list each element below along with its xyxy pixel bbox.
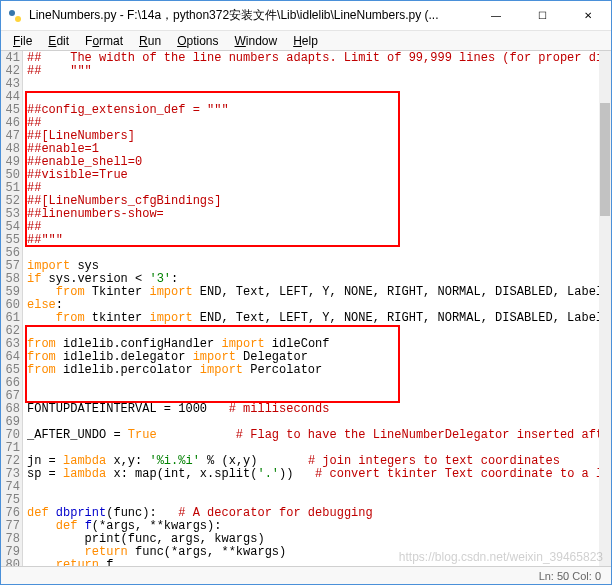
code-line[interactable]: from tkinter import END, Text, LEFT, Y, … bbox=[27, 312, 599, 325]
code-line[interactable]: ##""" bbox=[27, 234, 599, 247]
menu-file[interactable]: File bbox=[5, 33, 40, 49]
menubar: FileEditFormatRunOptionsWindowHelp bbox=[1, 31, 611, 51]
code-line[interactable]: ## bbox=[27, 221, 599, 234]
menu-format[interactable]: Format bbox=[77, 33, 131, 49]
python-idle-icon bbox=[7, 8, 23, 24]
svg-point-1 bbox=[15, 16, 21, 22]
code-line[interactable]: ##visible=True bbox=[27, 169, 599, 182]
code-line[interactable] bbox=[27, 247, 599, 260]
code-line[interactable]: ##linenumbers-show= bbox=[27, 208, 599, 221]
code-line[interactable]: _AFTER_UNDO = True # Flag to have the Li… bbox=[27, 429, 599, 442]
code-line[interactable]: ## """ bbox=[27, 65, 599, 78]
code-line[interactable]: ##config_extension_def = """ bbox=[27, 104, 599, 117]
vertical-scrollbar[interactable] bbox=[599, 51, 611, 566]
menu-run[interactable]: Run bbox=[131, 33, 169, 49]
window-title: LineNumbers.py - F:\14a，python372安装文件\Li… bbox=[29, 7, 473, 24]
code-text-area[interactable]: ## The width of the line numbers adapts.… bbox=[23, 51, 599, 566]
minimize-button[interactable]: — bbox=[473, 1, 519, 30]
window-titlebar: LineNumbers.py - F:\14a，python372安装文件\Li… bbox=[1, 1, 611, 31]
code-line[interactable]: sp = lambda x: map(int, x.split('.')) # … bbox=[27, 468, 599, 481]
status-bar: Ln: 50 Col: 0 bbox=[1, 566, 611, 584]
code-line[interactable] bbox=[27, 78, 599, 91]
menu-edit[interactable]: Edit bbox=[40, 33, 77, 49]
menu-options[interactable]: Options bbox=[169, 33, 226, 49]
code-line[interactable]: ## The width of the line numbers adapts.… bbox=[27, 52, 599, 65]
svg-point-0 bbox=[9, 10, 15, 16]
code-line[interactable]: ##[LineNumbers] bbox=[27, 130, 599, 143]
menu-help[interactable]: Help bbox=[285, 33, 326, 49]
code-line[interactable]: from idlelib.percolator import Percolato… bbox=[27, 364, 599, 377]
code-line[interactable]: from Tkinter import END, Text, LEFT, Y, … bbox=[27, 286, 599, 299]
window-controls: — ☐ ✕ bbox=[473, 1, 611, 30]
code-line[interactable] bbox=[27, 481, 599, 494]
editor-area[interactable]: 4142434445464748495051525354555657585960… bbox=[1, 51, 611, 566]
scrollbar-thumb[interactable] bbox=[600, 103, 610, 216]
cursor-position: Ln: 50 Col: 0 bbox=[539, 570, 601, 582]
line-number-gutter: 4142434445464748495051525354555657585960… bbox=[1, 51, 23, 566]
menu-window[interactable]: Window bbox=[227, 33, 286, 49]
code-line[interactable] bbox=[27, 377, 599, 390]
code-line[interactable]: FONTUPDATEINTERVAL = 1000 # milliseconds bbox=[27, 403, 599, 416]
maximize-button[interactable]: ☐ bbox=[519, 1, 565, 30]
watermark-text: https://blog.csdn.net/weixin_39465823 bbox=[399, 550, 603, 564]
close-button[interactable]: ✕ bbox=[565, 1, 611, 30]
